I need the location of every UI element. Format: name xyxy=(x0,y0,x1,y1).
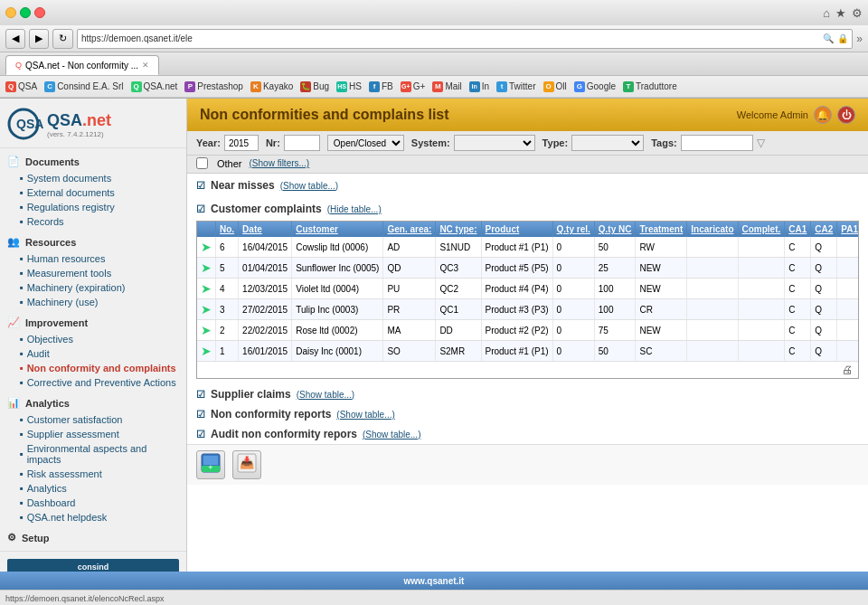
row-arrow[interactable]: ➤ xyxy=(197,258,216,279)
row-treatment: RW xyxy=(636,237,687,258)
bookmark-gplus[interactable]: G+ G+ xyxy=(401,81,426,92)
sidebar-item-supplier-assessment[interactable]: Supplier assessment xyxy=(0,427,186,441)
nc-reports-action[interactable]: (Show table...) xyxy=(336,410,394,420)
col-product[interactable]: Product xyxy=(481,222,552,237)
close-btn[interactable] xyxy=(34,7,45,18)
logout-button[interactable]: ⏻ xyxy=(837,106,855,124)
bookmark-hs[interactable]: HS HS xyxy=(336,81,362,92)
bookmark-fb[interactable]: f FB xyxy=(369,81,393,92)
row-pa1 xyxy=(837,341,859,362)
col-qty-rel[interactable]: Q.ty rel. xyxy=(552,222,594,237)
sidebar-item-system-documents[interactable]: System documents xyxy=(0,171,186,185)
supplier-claims-action[interactable]: (Show table...) xyxy=(297,390,354,400)
sidebar-item-measurement-tools[interactable]: Measurement tools xyxy=(0,266,186,280)
active-tab[interactable]: Q QSA.net - Non conformity ... ✕ xyxy=(5,55,159,75)
sidebar-item-machinery-use[interactable]: Machinery (use) xyxy=(0,295,186,309)
row-complet xyxy=(738,237,785,258)
col-qty-nc[interactable]: Q.ty NC xyxy=(594,222,636,237)
notification-button[interactable]: 🔔 xyxy=(814,106,832,124)
print-icon[interactable]: 🖨 xyxy=(842,364,853,376)
row-arrow[interactable]: ➤ xyxy=(197,299,216,320)
row-arrow[interactable]: ➤ xyxy=(197,279,216,299)
col-incaricato[interactable]: Incaricato xyxy=(687,222,738,237)
settings-icon[interactable]: ⚙ xyxy=(852,6,863,20)
nc-reports-toggle[interactable]: ☑ xyxy=(196,409,205,421)
sidebar-item-audit[interactable]: Audit xyxy=(0,346,186,361)
bookmark-linkedin[interactable]: in In xyxy=(469,81,489,92)
bookmark-twitter[interactable]: t Twitter xyxy=(496,81,535,92)
near-misses-action[interactable]: (Show table...) xyxy=(280,181,338,191)
sidebar-item-non-conformity[interactable]: Non conformity and complaints xyxy=(0,361,186,375)
col-ca1[interactable]: CA1 xyxy=(785,222,811,237)
row-pa1 xyxy=(837,258,859,279)
audit-nc-action[interactable]: (Show table...) xyxy=(363,430,420,440)
near-misses-toggle[interactable]: ☑ xyxy=(196,180,205,192)
minimize-btn[interactable] xyxy=(5,7,16,18)
sidebar-item-environmental-aspects[interactable]: Environmental aspects and impacts xyxy=(0,441,186,467)
col-pa1[interactable]: PA1 xyxy=(837,222,859,237)
bookmark-bug-label: Bug xyxy=(313,81,329,91)
back-button[interactable]: ◀ xyxy=(5,29,25,49)
supplier-claims-toggle[interactable]: ☑ xyxy=(196,389,205,401)
sidebar-item-objectives[interactable]: Objectives xyxy=(0,332,186,346)
forward-button[interactable]: ▶ xyxy=(29,29,49,49)
col-no[interactable] xyxy=(197,222,216,237)
home-icon[interactable]: ⌂ xyxy=(823,6,830,20)
refresh-button[interactable]: ↻ xyxy=(52,29,73,49)
col-ca2[interactable]: CA2 xyxy=(811,222,837,237)
row-incaricato xyxy=(687,320,738,341)
col-complet[interactable]: Complet. xyxy=(738,222,785,237)
sidebar-item-regulations-registry[interactable]: Regulations registry xyxy=(0,200,186,214)
col-treatment[interactable]: Treatment xyxy=(636,222,687,237)
row-arrow[interactable]: ➤ xyxy=(197,320,216,341)
col-gen-area[interactable]: Gen. area: xyxy=(383,222,436,237)
bookmark-prestashop[interactable]: P Prestashop xyxy=(184,81,243,92)
bookmark-kayako[interactable]: K Kayako xyxy=(250,81,293,92)
bookmark-google[interactable]: G Google xyxy=(574,81,616,92)
import-button[interactable]: 📥 xyxy=(232,450,261,479)
col-date[interactable]: Date xyxy=(239,222,292,237)
type-select[interactable] xyxy=(571,135,644,151)
customer-complaints-toggle[interactable]: ☑ xyxy=(196,203,205,215)
sidebar-item-external-documents[interactable]: External documents xyxy=(0,185,186,200)
audit-nc-toggle[interactable]: ☑ xyxy=(196,429,205,440)
col-no-num[interactable]: No. xyxy=(216,222,239,237)
sidebar-item-analytics[interactable]: Analytics xyxy=(0,481,186,496)
bookmark-consind[interactable]: C Consind E.A. Srl xyxy=(44,81,123,92)
customer-complaints-action[interactable]: (Hide table...) xyxy=(327,204,382,214)
bookmark-gmail[interactable]: M Mail xyxy=(432,81,461,92)
sidebar-item-machinery-expiration[interactable]: Machinery (expiration) xyxy=(0,280,186,295)
maximize-btn[interactable] xyxy=(20,7,31,18)
year-input[interactable] xyxy=(224,135,259,151)
bookmark-gplus-label: G+ xyxy=(413,81,426,91)
bookmark-oil[interactable]: O Oll xyxy=(543,81,567,92)
other-checkbox[interactable] xyxy=(196,157,208,169)
sidebar-item-risk-assessment[interactable]: Risk assessment xyxy=(0,467,186,481)
col-customer[interactable]: Customer xyxy=(292,222,383,237)
sidebar-item-human-resources[interactable]: Human resources xyxy=(0,251,186,266)
show-filters-link[interactable]: (Show filters...) xyxy=(250,158,310,168)
col-nc-type[interactable]: NC type: xyxy=(436,222,481,237)
bookmark-traduttore[interactable]: T Traduttore xyxy=(623,81,677,92)
bookmark-qsa[interactable]: Q QSA xyxy=(5,81,37,92)
tab-close-icon[interactable]: ✕ xyxy=(142,61,149,70)
row-arrow[interactable]: ➤ xyxy=(197,341,216,362)
row-gen-area: AD xyxy=(383,237,436,258)
nr-label: Nr: xyxy=(266,137,280,148)
sidebar-item-customer-satisfaction[interactable]: Customer satisfaction xyxy=(0,412,186,427)
sidebar-item-dashboard[interactable]: Dashboard xyxy=(0,496,186,510)
row-arrow[interactable]: ➤ xyxy=(197,237,216,258)
tags-input[interactable] xyxy=(681,135,753,151)
sidebar-item-qsanet-helpdesk[interactable]: QSA.net helpdesk xyxy=(0,510,186,525)
search-icon[interactable]: 🔍 xyxy=(823,33,834,43)
bookmark-icon[interactable]: ★ xyxy=(835,6,846,20)
bookmark-bug[interactable]: 🐛 Bug xyxy=(300,81,329,92)
sidebar-item-records[interactable]: Records xyxy=(0,214,186,229)
sidebar-item-corrective[interactable]: Corrective and Preventive Actions xyxy=(0,375,186,390)
add-record-button[interactable]: + xyxy=(196,450,225,479)
system-select[interactable] xyxy=(454,135,535,151)
chevron-more-icon[interactable]: » xyxy=(856,33,863,45)
nr-input[interactable] xyxy=(284,135,320,151)
bookmark-qsanet[interactable]: Q QSA.net xyxy=(131,81,178,92)
status-select[interactable]: Open/Closed Open Closed xyxy=(327,135,404,151)
